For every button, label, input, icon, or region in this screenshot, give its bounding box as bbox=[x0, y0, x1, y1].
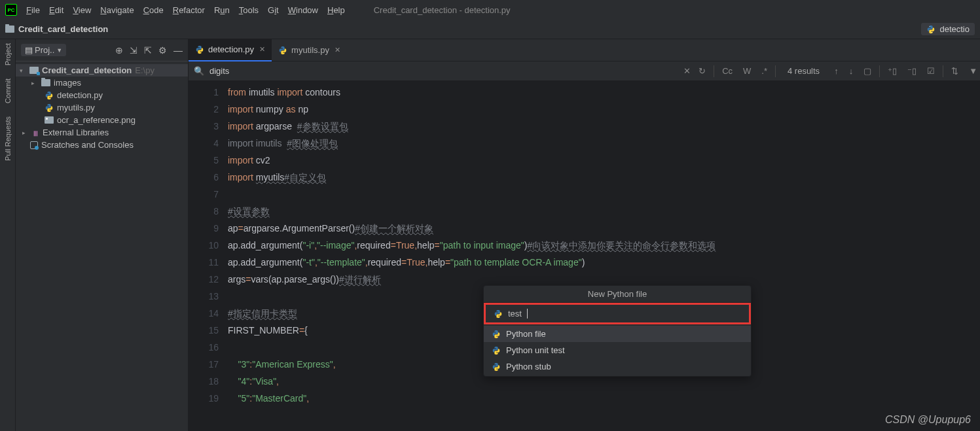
tab-label: myutils.py bbox=[291, 45, 329, 55]
close-icon[interactable]: ✕ bbox=[335, 46, 340, 54]
popup-item-pythonfile[interactable]: Python file bbox=[484, 326, 751, 342]
tree-file-myutils[interactable]: myutils.py bbox=[16, 101, 188, 114]
prev-match-icon[interactable]: ↑ bbox=[831, 66, 841, 76]
menu-bar: PC File Edit View Navigate Code Refactor… bbox=[0, 0, 980, 20]
run-config-label: detectio bbox=[939, 24, 970, 34]
project-sidebar: ▤ Proj.. ▼ ⊕ ⇲ ⇱ ⚙ — ▾ Credit_card_detec… bbox=[16, 39, 189, 431]
search-input[interactable] bbox=[209, 66, 406, 76]
add-selection-icon[interactable]: ⁺▯ bbox=[885, 66, 899, 76]
window-title: Credit_card_detection - detection.py bbox=[374, 5, 511, 15]
library-icon: ⫼ bbox=[32, 129, 39, 137]
next-match-icon[interactable]: ↓ bbox=[846, 66, 856, 76]
menu-refactor[interactable]: Refactor bbox=[173, 5, 205, 15]
sidebar-header: ▤ Proj.. ▼ ⊕ ⇲ ⇱ ⚙ — bbox=[16, 39, 188, 61]
chevron-down-icon: ▾ bbox=[20, 67, 26, 74]
python-icon bbox=[492, 330, 501, 339]
tool-project-tab[interactable]: Project bbox=[4, 43, 12, 65]
menu-window[interactable]: Window bbox=[288, 5, 318, 15]
menu-file[interactable]: File bbox=[26, 5, 40, 15]
gutter: 12345678910111213141516171819 bbox=[189, 81, 228, 431]
tab-label: detection.py bbox=[208, 44, 254, 54]
select-occurrences-icon[interactable]: ☑ bbox=[924, 66, 937, 76]
hide-icon[interactable]: — bbox=[173, 45, 183, 56]
tree-file-ocrref[interactable]: ocr_a_reference.png bbox=[16, 114, 188, 126]
expand-icon[interactable]: ⇲ bbox=[130, 45, 137, 56]
tree-folder-images[interactable]: ▸ images bbox=[16, 77, 188, 89]
editor-tabs: detection.py ✕ myutils.py ✕ bbox=[189, 39, 980, 61]
navigation-bar: Credit_card_detection detectio bbox=[0, 20, 980, 39]
project-tree: ▾ Credit_card_detection E:\py ▸ images d… bbox=[16, 61, 188, 154]
tree-scratches[interactable]: Scratches and Consoles bbox=[16, 139, 188, 151]
words-button[interactable]: W bbox=[740, 66, 753, 76]
find-bar: 🔍 ✕ ↻ Cc W .* 4 results ↑ ↓ ▢ ⁺▯ ⁻▯ ☑ ⇅ … bbox=[189, 61, 980, 81]
remove-selection-icon[interactable]: ⁻▯ bbox=[905, 66, 919, 76]
locate-icon[interactable]: ⊕ bbox=[115, 45, 123, 56]
tree-root-label: Credit_card_detection bbox=[42, 65, 132, 75]
menu-code[interactable]: Code bbox=[143, 5, 164, 15]
menu-edit[interactable]: Edit bbox=[49, 5, 64, 15]
tree-item-label: myutils.py bbox=[57, 103, 95, 112]
menu-tools[interactable]: Tools bbox=[239, 5, 259, 15]
results-count: 4 results bbox=[781, 66, 826, 76]
tree-external-libs[interactable]: ▸ ⫼ External Libraries bbox=[16, 126, 188, 139]
tree-file-detection[interactable]: detection.py bbox=[16, 89, 188, 101]
code-editor[interactable]: 12345678910111213141516171819 from imuti… bbox=[189, 81, 980, 431]
popup-item-stub[interactable]: Python stub bbox=[484, 358, 751, 375]
popup-item-label: Python unit test bbox=[506, 345, 565, 355]
clear-search-icon[interactable]: ✕ bbox=[683, 66, 691, 76]
menu-run[interactable]: Run bbox=[214, 5, 230, 15]
filter-button[interactable]: ⇅ bbox=[949, 66, 961, 76]
select-all-icon[interactable]: ▢ bbox=[861, 66, 874, 76]
tool-pullrequests-tab[interactable]: Pull Requests bbox=[4, 116, 12, 161]
svg-point-1 bbox=[932, 32, 933, 33]
app-logo-icon: PC bbox=[5, 4, 17, 16]
tree-item-label: ocr_a_reference.png bbox=[57, 115, 136, 125]
menu-navigate[interactable]: Navigate bbox=[100, 5, 134, 15]
scratch-icon bbox=[30, 141, 38, 149]
tab-myutils[interactable]: myutils.py ✕ bbox=[272, 39, 347, 61]
project-view-label: Proj.. bbox=[35, 45, 54, 55]
tool-commit-tab[interactable]: Commit bbox=[4, 78, 12, 103]
new-file-popup: New Python file test Python file Python … bbox=[483, 285, 752, 377]
search-icon: 🔍 bbox=[194, 66, 204, 76]
popup-item-unittest[interactable]: Python unit test bbox=[484, 342, 751, 358]
tab-detection[interactable]: detection.py ✕ bbox=[189, 39, 272, 61]
popup-input-row: test bbox=[484, 303, 751, 324]
popup-list: Python file Python unit test Python stub bbox=[484, 324, 751, 376]
tree-root-path: E:\py bbox=[135, 65, 154, 75]
regex-button[interactable]: .* bbox=[759, 66, 770, 76]
project-view-selector[interactable]: ▤ Proj.. ▼ bbox=[21, 44, 66, 56]
code-content[interactable]: from imutils import contours import nump… bbox=[228, 81, 980, 431]
breadcrumb-label: Credit_card_detection bbox=[18, 24, 108, 34]
popup-title: New Python file bbox=[484, 286, 751, 303]
gear-icon[interactable]: ⚙ bbox=[158, 45, 167, 56]
chevron-right-icon: ▸ bbox=[31, 80, 38, 86]
svg-point-0 bbox=[930, 26, 930, 26]
python-icon bbox=[926, 25, 935, 34]
python-icon bbox=[195, 45, 204, 54]
menu-view[interactable]: View bbox=[73, 5, 91, 15]
folder-icon bbox=[5, 26, 14, 33]
popup-item-label: Python stub bbox=[506, 362, 551, 371]
close-icon[interactable]: ✕ bbox=[259, 45, 265, 54]
menu-git[interactable]: Git bbox=[268, 5, 279, 15]
python-icon bbox=[278, 46, 287, 55]
tree-root[interactable]: ▾ Credit_card_detection E:\py bbox=[16, 64, 188, 77]
tree-item-label: detection.py bbox=[57, 90, 103, 100]
python-icon bbox=[45, 91, 54, 100]
tree-item-label: Scratches and Consoles bbox=[41, 140, 134, 150]
folder-icon bbox=[41, 79, 50, 86]
watermark: CSDN @Upupup6 bbox=[885, 414, 971, 426]
chevron-down-icon: ▼ bbox=[56, 47, 62, 54]
match-case-button[interactable]: Cc bbox=[719, 66, 735, 76]
tree-item-label: images bbox=[54, 78, 81, 88]
breadcrumb[interactable]: Credit_card_detection bbox=[5, 24, 108, 34]
menu-help[interactable]: Help bbox=[327, 5, 345, 15]
collapse-icon[interactable]: ⇱ bbox=[144, 45, 152, 56]
tree-item-label: External Libraries bbox=[43, 128, 109, 137]
popup-item-label: Python file bbox=[506, 329, 546, 339]
filter-icon[interactable]: ▼ bbox=[966, 66, 980, 76]
search-history-icon[interactable]: ↻ bbox=[696, 66, 708, 76]
run-config-selector[interactable]: detectio bbox=[921, 23, 975, 35]
project-folder-icon bbox=[29, 67, 39, 74]
